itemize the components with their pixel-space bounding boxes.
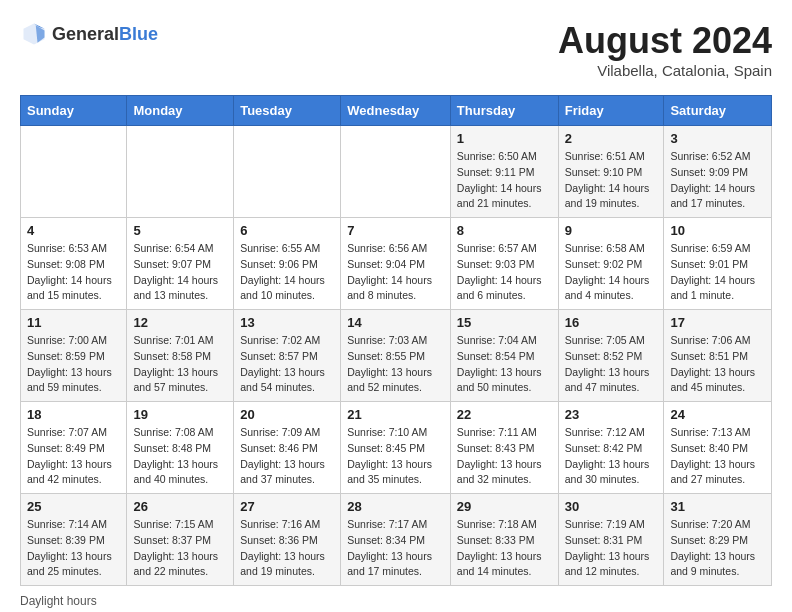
day-info: Sunrise: 7:19 AM Sunset: 8:31 PM Dayligh… xyxy=(565,517,658,580)
day-cell: 2Sunrise: 6:51 AM Sunset: 9:10 PM Daylig… xyxy=(558,126,664,218)
day-info: Sunrise: 7:11 AM Sunset: 8:43 PM Dayligh… xyxy=(457,425,552,488)
day-cell: 18Sunrise: 7:07 AM Sunset: 8:49 PM Dayli… xyxy=(21,402,127,494)
day-info: Sunrise: 6:53 AM Sunset: 9:08 PM Dayligh… xyxy=(27,241,120,304)
location: Vilabella, Catalonia, Spain xyxy=(558,62,772,79)
day-info: Sunrise: 6:59 AM Sunset: 9:01 PM Dayligh… xyxy=(670,241,765,304)
day-info: Sunrise: 7:13 AM Sunset: 8:40 PM Dayligh… xyxy=(670,425,765,488)
footer-note: Daylight hours xyxy=(20,594,772,608)
day-number: 14 xyxy=(347,315,444,330)
day-number: 29 xyxy=(457,499,552,514)
day-info: Sunrise: 7:17 AM Sunset: 8:34 PM Dayligh… xyxy=(347,517,444,580)
day-cell: 19Sunrise: 7:08 AM Sunset: 8:48 PM Dayli… xyxy=(127,402,234,494)
day-cell: 13Sunrise: 7:02 AM Sunset: 8:57 PM Dayli… xyxy=(234,310,341,402)
day-cell: 22Sunrise: 7:11 AM Sunset: 8:43 PM Dayli… xyxy=(450,402,558,494)
day-info: Sunrise: 7:06 AM Sunset: 8:51 PM Dayligh… xyxy=(670,333,765,396)
day-info: Sunrise: 7:09 AM Sunset: 8:46 PM Dayligh… xyxy=(240,425,334,488)
day-cell: 3Sunrise: 6:52 AM Sunset: 9:09 PM Daylig… xyxy=(664,126,772,218)
day-cell: 26Sunrise: 7:15 AM Sunset: 8:37 PM Dayli… xyxy=(127,494,234,586)
day-cell: 5Sunrise: 6:54 AM Sunset: 9:07 PM Daylig… xyxy=(127,218,234,310)
day-cell: 27Sunrise: 7:16 AM Sunset: 8:36 PM Dayli… xyxy=(234,494,341,586)
day-info: Sunrise: 6:55 AM Sunset: 9:06 PM Dayligh… xyxy=(240,241,334,304)
generalblue-logo-icon xyxy=(20,20,48,48)
logo: GeneralBlue xyxy=(20,20,158,48)
day-info: Sunrise: 7:03 AM Sunset: 8:55 PM Dayligh… xyxy=(347,333,444,396)
week-row-4: 18Sunrise: 7:07 AM Sunset: 8:49 PM Dayli… xyxy=(21,402,772,494)
day-info: Sunrise: 7:18 AM Sunset: 8:33 PM Dayligh… xyxy=(457,517,552,580)
day-cell xyxy=(21,126,127,218)
day-header-sunday: Sunday xyxy=(21,96,127,126)
day-info: Sunrise: 7:00 AM Sunset: 8:59 PM Dayligh… xyxy=(27,333,120,396)
day-number: 11 xyxy=(27,315,120,330)
day-number: 1 xyxy=(457,131,552,146)
day-cell xyxy=(234,126,341,218)
day-info: Sunrise: 7:16 AM Sunset: 8:36 PM Dayligh… xyxy=(240,517,334,580)
day-number: 8 xyxy=(457,223,552,238)
day-info: Sunrise: 7:02 AM Sunset: 8:57 PM Dayligh… xyxy=(240,333,334,396)
day-info: Sunrise: 7:15 AM Sunset: 8:37 PM Dayligh… xyxy=(133,517,227,580)
day-cell: 17Sunrise: 7:06 AM Sunset: 8:51 PM Dayli… xyxy=(664,310,772,402)
header: GeneralBlue August 2024 Vilabella, Catal… xyxy=(20,20,772,79)
day-info: Sunrise: 6:56 AM Sunset: 9:04 PM Dayligh… xyxy=(347,241,444,304)
day-cell: 11Sunrise: 7:00 AM Sunset: 8:59 PM Dayli… xyxy=(21,310,127,402)
day-number: 6 xyxy=(240,223,334,238)
day-cell: 14Sunrise: 7:03 AM Sunset: 8:55 PM Dayli… xyxy=(341,310,451,402)
day-number: 18 xyxy=(27,407,120,422)
day-cell: 4Sunrise: 6:53 AM Sunset: 9:08 PM Daylig… xyxy=(21,218,127,310)
day-number: 2 xyxy=(565,131,658,146)
day-cell: 9Sunrise: 6:58 AM Sunset: 9:02 PM Daylig… xyxy=(558,218,664,310)
calendar-table: SundayMondayTuesdayWednesdayThursdayFrid… xyxy=(20,95,772,586)
day-number: 25 xyxy=(27,499,120,514)
day-cell: 1Sunrise: 6:50 AM Sunset: 9:11 PM Daylig… xyxy=(450,126,558,218)
day-number: 3 xyxy=(670,131,765,146)
day-number: 4 xyxy=(27,223,120,238)
day-cell: 25Sunrise: 7:14 AM Sunset: 8:39 PM Dayli… xyxy=(21,494,127,586)
day-info: Sunrise: 7:14 AM Sunset: 8:39 PM Dayligh… xyxy=(27,517,120,580)
day-info: Sunrise: 6:51 AM Sunset: 9:10 PM Dayligh… xyxy=(565,149,658,212)
day-cell: 20Sunrise: 7:09 AM Sunset: 8:46 PM Dayli… xyxy=(234,402,341,494)
day-number: 26 xyxy=(133,499,227,514)
day-number: 7 xyxy=(347,223,444,238)
day-info: Sunrise: 7:05 AM Sunset: 8:52 PM Dayligh… xyxy=(565,333,658,396)
day-cell xyxy=(127,126,234,218)
day-number: 21 xyxy=(347,407,444,422)
day-cell: 28Sunrise: 7:17 AM Sunset: 8:34 PM Dayli… xyxy=(341,494,451,586)
day-cell: 24Sunrise: 7:13 AM Sunset: 8:40 PM Dayli… xyxy=(664,402,772,494)
day-number: 13 xyxy=(240,315,334,330)
day-cell: 23Sunrise: 7:12 AM Sunset: 8:42 PM Dayli… xyxy=(558,402,664,494)
day-info: Sunrise: 7:07 AM Sunset: 8:49 PM Dayligh… xyxy=(27,425,120,488)
day-header-friday: Friday xyxy=(558,96,664,126)
day-number: 24 xyxy=(670,407,765,422)
day-header-thursday: Thursday xyxy=(450,96,558,126)
day-info: Sunrise: 6:54 AM Sunset: 9:07 PM Dayligh… xyxy=(133,241,227,304)
day-cell: 30Sunrise: 7:19 AM Sunset: 8:31 PM Dayli… xyxy=(558,494,664,586)
day-info: Sunrise: 6:57 AM Sunset: 9:03 PM Dayligh… xyxy=(457,241,552,304)
day-cell: 21Sunrise: 7:10 AM Sunset: 8:45 PM Dayli… xyxy=(341,402,451,494)
day-info: Sunrise: 6:50 AM Sunset: 9:11 PM Dayligh… xyxy=(457,149,552,212)
day-cell: 7Sunrise: 6:56 AM Sunset: 9:04 PM Daylig… xyxy=(341,218,451,310)
day-number: 9 xyxy=(565,223,658,238)
day-cell: 29Sunrise: 7:18 AM Sunset: 8:33 PM Dayli… xyxy=(450,494,558,586)
day-number: 30 xyxy=(565,499,658,514)
day-header-tuesday: Tuesday xyxy=(234,96,341,126)
day-header-wednesday: Wednesday xyxy=(341,96,451,126)
day-cell: 31Sunrise: 7:20 AM Sunset: 8:29 PM Dayli… xyxy=(664,494,772,586)
day-number: 10 xyxy=(670,223,765,238)
day-cell: 8Sunrise: 6:57 AM Sunset: 9:03 PM Daylig… xyxy=(450,218,558,310)
day-cell: 10Sunrise: 6:59 AM Sunset: 9:01 PM Dayli… xyxy=(664,218,772,310)
day-cell: 12Sunrise: 7:01 AM Sunset: 8:58 PM Dayli… xyxy=(127,310,234,402)
day-info: Sunrise: 6:58 AM Sunset: 9:02 PM Dayligh… xyxy=(565,241,658,304)
day-cell: 16Sunrise: 7:05 AM Sunset: 8:52 PM Dayli… xyxy=(558,310,664,402)
day-info: Sunrise: 7:12 AM Sunset: 8:42 PM Dayligh… xyxy=(565,425,658,488)
week-row-5: 25Sunrise: 7:14 AM Sunset: 8:39 PM Dayli… xyxy=(21,494,772,586)
day-number: 17 xyxy=(670,315,765,330)
day-number: 15 xyxy=(457,315,552,330)
day-number: 22 xyxy=(457,407,552,422)
day-info: Sunrise: 7:20 AM Sunset: 8:29 PM Dayligh… xyxy=(670,517,765,580)
week-row-1: 1Sunrise: 6:50 AM Sunset: 9:11 PM Daylig… xyxy=(21,126,772,218)
day-info: Sunrise: 7:08 AM Sunset: 8:48 PM Dayligh… xyxy=(133,425,227,488)
logo-text: GeneralBlue xyxy=(52,24,158,45)
day-number: 23 xyxy=(565,407,658,422)
logo-blue: Blue xyxy=(119,24,158,44)
day-header-monday: Monday xyxy=(127,96,234,126)
month-year: August 2024 xyxy=(558,20,772,62)
